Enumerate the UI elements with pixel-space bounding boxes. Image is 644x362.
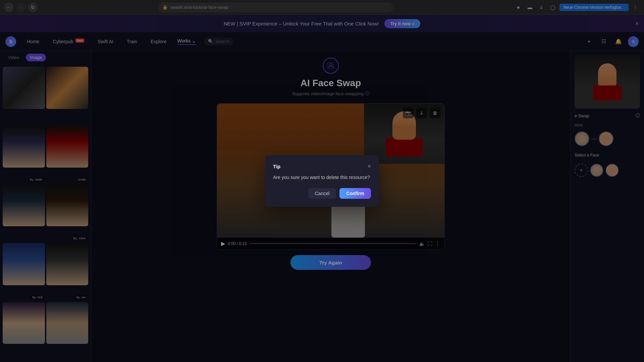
dialog-overlay: Tip × Are you sure you want to delete th… [0, 0, 644, 362]
dialog-header: Tip × [273, 163, 371, 169]
dialog-actions: Cancel Confirm [273, 188, 371, 199]
cancel-button[interactable]: Cancel [308, 188, 336, 199]
dialog-title: Tip [273, 164, 280, 169]
dialog-box: Tip × Are you sure you want to delete th… [265, 155, 379, 207]
dialog-message: Are you sure you want to delete this res… [273, 175, 371, 180]
dialog-close-button[interactable]: × [367, 163, 371, 169]
confirm-button[interactable]: Confirm [339, 188, 371, 199]
